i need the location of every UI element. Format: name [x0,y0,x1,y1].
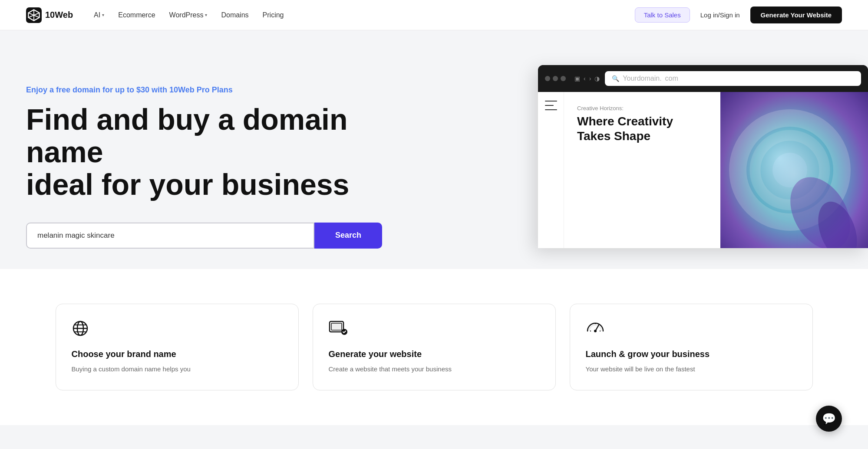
hero-left: Enjoy a free domain for up to $30 with 1… [26,85,417,248]
address-placeholder: Yourdomain. [623,75,661,82]
card-title-launch: Launch & grow your business [586,349,797,359]
svg-point-17 [594,330,597,332]
theme-icon: ◑ [594,75,600,82]
chevron-down-icon: ▾ [102,13,104,17]
generate-icon [329,320,540,341]
svg-rect-7 [720,92,868,248]
nav-item-pricing[interactable]: Pricing [263,11,284,19]
card-title-brand: Choose your brand name [72,349,283,359]
navbar: 10Web AI ▾ Ecommerce WordPress ▾ Domains… [0,0,868,30]
globe-icon [72,320,283,341]
layout-icon: ▣ [574,75,580,82]
chat-icon: 💬 [822,412,836,426]
hero-section: Enjoy a free domain for up to $30 with 1… [0,30,868,269]
nav-item-ai[interactable]: AI ▾ [94,11,104,19]
search-icon: 🔍 [612,75,619,82]
hero-right: ▣ ‹ › ◑ 🔍 Yourdomain. com [529,30,868,269]
nav-item-domains[interactable]: Domains [221,11,248,19]
talk-to-sales-button[interactable]: Talk to Sales [635,7,690,23]
browser-content: Creative Horizons: Where Creativity Take… [538,92,868,248]
logo-text: 10Web [45,10,73,20]
logo-icon [26,7,42,23]
browser-dot-2 [553,76,558,81]
forward-icon: › [589,75,591,82]
card-title-generate: Generate your website [329,349,540,359]
logo[interactable]: 10Web [26,7,73,23]
browser-sidebar [538,92,564,248]
browser-dots [545,76,566,81]
hero-title: Find and buy a domain name ideal for you… [26,103,391,200]
search-button[interactable]: Search [314,223,382,249]
sidebar-line-2 [545,105,554,106]
login-button[interactable]: Log in/Sign in [700,11,740,19]
generate-website-button[interactable]: Generate Your Website [750,7,842,23]
address-com: com [665,75,678,82]
address-bar[interactable]: 🔍 Yourdomain. com [605,71,861,86]
feature-card-launch: Launch & grow your business Your website… [570,304,813,390]
card-desc-launch: Your website will be live on the fastest [586,364,797,374]
back-icon: ‹ [584,75,586,82]
speed-icon [586,320,797,341]
abstract-art [720,92,868,248]
chevron-down-icon: ▾ [205,13,207,17]
nav-item-wordpress[interactable]: WordPress ▾ [169,11,208,19]
svg-rect-14 [331,323,342,330]
browser-dot-3 [561,76,566,81]
cards-section: Choose your brand name Buying a custom d… [0,269,868,425]
browser-mockup: ▣ ‹ › ◑ 🔍 Yourdomain. com [538,65,868,248]
card-desc-generate: Create a website that meets your busines… [329,364,540,374]
feature-card-brand: Choose your brand name Buying a custom d… [56,304,299,390]
card-desc-brand: Buying a custom domain name helps you [72,364,283,374]
browser-dot-1 [545,76,550,81]
nav-item-ecommerce[interactable]: Ecommerce [118,11,155,19]
search-bar: Search [26,223,382,249]
browser-icons: ▣ ‹ › ◑ [574,75,600,82]
browser-main: Creative Horizons: Where Creativity Take… [564,92,868,248]
hero-badge: Enjoy a free domain for up to $30 with 1… [26,85,391,95]
sidebar-line-3 [545,109,557,110]
feature-card-generate: Generate your website Create a website t… [313,304,556,390]
nav-cta-group: Talk to Sales Log in/Sign in Generate Yo… [635,7,842,23]
domain-search-input[interactable] [26,223,314,249]
sidebar-line-1 [545,101,557,102]
nav-links: AI ▾ Ecommerce WordPress ▾ Domains Prici… [94,11,635,19]
browser-image-area [720,92,868,248]
browser-bar: ▣ ‹ › ◑ 🔍 Yourdomain. com [538,65,868,92]
